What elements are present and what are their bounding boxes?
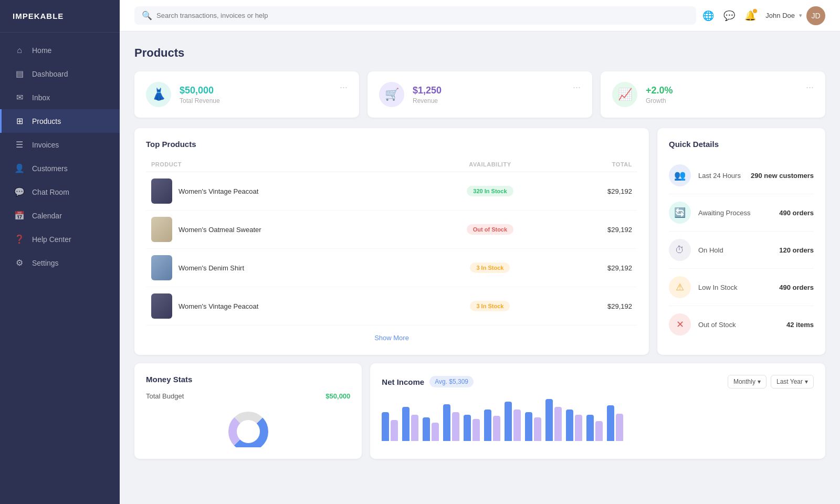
- calendar-icon: 📅: [14, 211, 25, 220]
- product-total-1: $29,192: [556, 211, 637, 249]
- sidebar-item-customers[interactable]: 👤 Customers: [0, 156, 120, 180]
- search-input[interactable]: [156, 12, 689, 19]
- product-name-0: Women's Vintage Peacoat: [178, 187, 258, 195]
- net-income-title: Net Income: [382, 377, 424, 386]
- chat-room-icon: 💬: [14, 187, 25, 197]
- quick-item-on-hold: ⏱ On Hold 120 orders: [669, 232, 814, 269]
- topbar: 🔍 🌐 💬 🔔 John Doe ▾ JD: [120, 0, 840, 32]
- quick-label-last-24-hours: Last 24 Hours: [698, 172, 743, 180]
- sidebar-item-chat-room[interactable]: 💬 Chat Room: [0, 180, 120, 204]
- sidebar-item-label-home: Home: [32, 46, 51, 55]
- col-availability: AVAILABILITY: [424, 157, 556, 172]
- top-products-title: Top Products: [146, 140, 637, 149]
- quick-text-on-hold: On Hold: [698, 246, 772, 254]
- quick-count-awaiting-process: 490 orders: [779, 209, 814, 217]
- sidebar-item-help-center[interactable]: ❓ Help Center: [0, 227, 120, 251]
- period-chevron-icon: ▾: [758, 378, 761, 385]
- growth-label: Growth: [646, 97, 797, 104]
- sidebar-item-home[interactable]: ⌂ Home: [0, 39, 120, 62]
- product-image-0: [151, 178, 172, 204]
- product-thumb-0: [151, 178, 172, 204]
- quick-items: 👥 Last 24 Hours 290 new customers 🔄 Awai…: [669, 157, 814, 343]
- donut-chart: [206, 411, 290, 447]
- availability-badge-3: 3 In Stock: [470, 301, 510, 311]
- col-product: PRODUCT: [146, 157, 424, 172]
- products-table: PRODUCT AVAILABILITY TOTAL Women's Vinta…: [146, 157, 637, 326]
- user-name: John Doe: [765, 12, 795, 19]
- availability-badge-2: 3 In Stock: [470, 262, 510, 273]
- product-thumb-2: [151, 255, 172, 280]
- product-total-2: $29,192: [556, 249, 637, 287]
- quick-item-awaiting-process: 🔄 Awaiting Process 490 orders: [669, 194, 814, 232]
- search-icon: 🔍: [142, 10, 152, 20]
- net-income-header: Net Income Avg. $5,309 Monthly ▾ Last Ye…: [382, 375, 814, 388]
- quick-label-on-hold: On Hold: [698, 246, 772, 254]
- revenue-icon: 🛒: [379, 82, 404, 107]
- home-icon: ⌂: [14, 46, 25, 55]
- total-revenue-value: $50,000: [180, 85, 331, 96]
- net-income-card: Net Income Avg. $5,309 Monthly ▾ Last Ye…: [370, 363, 825, 459]
- table-row: Women's Oatmeal Sweater Out of Stock $29…: [146, 211, 637, 249]
- globe-icon[interactable]: 🌐: [702, 10, 714, 22]
- period-filter[interactable]: Monthly ▾: [728, 375, 766, 388]
- money-stats-card: Money Stats Total Budget $50,000: [134, 363, 362, 459]
- money-row-budget: Total Budget $50,000: [146, 392, 350, 400]
- topbar-icons: 🌐 💬 🔔 John Doe ▾ JD: [702, 6, 825, 25]
- revenue-more-button[interactable]: ···: [573, 82, 581, 93]
- quick-details-title: Quick Details: [669, 140, 814, 149]
- quick-label-awaiting-process: Awaiting Process: [698, 209, 772, 217]
- filters: Monthly ▾ Last Year ▾: [728, 375, 814, 388]
- chat-icon[interactable]: 💬: [723, 10, 735, 22]
- range-filter[interactable]: Last Year ▾: [771, 375, 814, 388]
- sidebar-item-calendar[interactable]: 📅 Calendar: [0, 204, 120, 227]
- quick-item-out-of-stock: ✕ Out of Stock 42 items: [669, 306, 814, 343]
- revenue-value: $1,250: [413, 85, 564, 96]
- table-row: Women's Vintage Peacoat 320 In Stock $29…: [146, 172, 637, 211]
- sidebar-item-label-settings: Settings: [32, 259, 59, 267]
- sidebar-item-dashboard[interactable]: ▤ Dashboard: [0, 62, 120, 86]
- sidebar-item-inbox[interactable]: ✉ Inbox: [0, 86, 120, 109]
- stat-card-total-revenue: 👗 $50,000 Total Revenue ···: [134, 71, 359, 118]
- quick-label-out-of-stock: Out of Stock: [698, 321, 779, 329]
- sidebar-item-label-invoices: Invoices: [32, 141, 59, 149]
- notification-icon[interactable]: 🔔: [744, 10, 756, 22]
- sidebar-item-invoices[interactable]: ☰ Invoices: [0, 133, 120, 156]
- quick-text-last-24-hours: Last 24 Hours: [698, 172, 743, 180]
- bar-chart: [382, 394, 814, 441]
- show-more-area: Show More: [146, 326, 637, 343]
- page-title: Products: [134, 46, 825, 60]
- budget-value: $50,000: [326, 392, 350, 400]
- availability-badge-1: Out of Stock: [467, 224, 513, 235]
- growth-more-button[interactable]: ···: [806, 82, 814, 93]
- range-chevron-icon: ▾: [805, 378, 808, 385]
- search-wrap[interactable]: 🔍: [134, 6, 696, 25]
- product-image-3: [151, 293, 172, 319]
- user-chevron-icon: ▾: [799, 12, 802, 19]
- budget-label: Total Budget: [146, 392, 184, 400]
- products-icon: ⊞: [14, 116, 25, 126]
- settings-icon: ⚙: [14, 258, 25, 268]
- invoices-icon: ☰: [14, 140, 25, 150]
- total-revenue-more-button[interactable]: ···: [340, 82, 348, 93]
- quick-count-low-in-stock: 490 orders: [779, 284, 814, 291]
- sidebar-item-label-dashboard: Dashboard: [32, 70, 68, 78]
- sidebar-item-label-customers: Customers: [32, 164, 68, 173]
- awaiting-process-icon: 🔄: [669, 202, 691, 224]
- sidebar-item-settings[interactable]: ⚙ Settings: [0, 251, 120, 275]
- app-logo: IMPEKABLE: [0, 0, 120, 33]
- revenue-label: Revenue: [413, 97, 564, 104]
- quick-text-out-of-stock: Out of Stock: [698, 321, 779, 329]
- sidebar-item-products[interactable]: ⊞ Products: [0, 109, 120, 133]
- product-total-3: $29,192: [556, 287, 637, 326]
- user-info[interactable]: John Doe ▾ JD: [765, 6, 825, 25]
- show-more-link[interactable]: Show More: [374, 334, 409, 342]
- product-image-1: [151, 217, 172, 242]
- product-name-1: Women's Oatmeal Sweater: [178, 226, 261, 234]
- stat-cards: 👗 $50,000 Total Revenue ··· 🛒 $1,250 Rev…: [134, 71, 825, 118]
- on-hold-icon: ⏱: [669, 239, 691, 261]
- range-filter-value: Last Year: [776, 378, 803, 385]
- main-area: 🔍 🌐 💬 🔔 John Doe ▾ JD Products 👗 $50,000: [120, 0, 840, 504]
- stat-card-growth: 📈 +2.0% Growth ···: [601, 71, 825, 118]
- growth-value: +2.0%: [646, 85, 797, 96]
- product-thumb-1: [151, 217, 172, 242]
